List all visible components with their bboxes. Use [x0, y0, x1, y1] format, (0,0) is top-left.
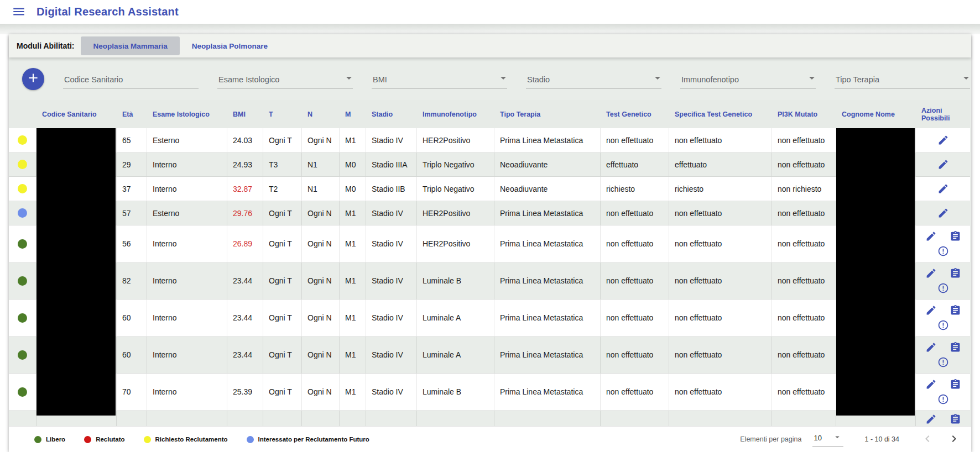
edit-button[interactable]	[925, 230, 937, 243]
immunofenotipo-cell: HER2Positivo	[417, 128, 494, 153]
add-patient-button[interactable]	[22, 68, 44, 90]
legend-dot-yellow	[144, 436, 151, 443]
items-per-page-select[interactable]: 10	[812, 432, 843, 446]
t-cell: Ogni T	[263, 262, 302, 299]
previous-page-button[interactable]	[920, 432, 935, 446]
column-header-pi3k-mutato: PI3K Mutato	[772, 100, 836, 128]
azioni-possibili-cell	[916, 411, 970, 426]
edit-button[interactable]	[937, 134, 949, 146]
m-cell: M0	[340, 153, 366, 177]
edit-button[interactable]	[925, 341, 937, 354]
test-genetico-cell: richiesto	[601, 177, 669, 201]
tipo-terapia-cell: Neoadiuvante	[494, 177, 601, 201]
assignment-button[interactable]	[949, 304, 961, 317]
tab-neoplasia-polmonare[interactable]: Neoplasia Polmonare	[180, 36, 280, 55]
t-cell: Ogni T	[263, 225, 302, 262]
t-cell: Ogni T	[263, 299, 302, 337]
pi3k-mutato-cell: non effettuato	[772, 374, 836, 411]
stadio-cell: Stadio IV	[366, 374, 417, 411]
status-cell	[9, 153, 37, 177]
t-cell: Ogni T	[263, 374, 302, 411]
patient-row: 29Interno24.93T3N1M0Stadio IIIATriplo Ne…	[9, 153, 970, 177]
modules-bar: Moduli Abilitati: Neoplasia MammariaNeop…	[9, 34, 971, 57]
dropdown-arrow-icon	[963, 77, 969, 82]
alert-button[interactable]	[937, 245, 949, 257]
edit-button[interactable]	[925, 304, 937, 317]
tab-neoplasia-mammaria[interactable]: Neoplasia Mammaria	[81, 36, 179, 55]
eta-cell: 29	[117, 153, 147, 177]
alert-button[interactable]	[937, 356, 949, 369]
esame-istologico-cell: Interno	[147, 153, 227, 177]
column-header-status	[9, 100, 37, 128]
test-genetico-cell: non effettuato	[601, 337, 669, 374]
immunofenotipo-cell: HER2Positivo	[417, 225, 494, 262]
edit-button[interactable]	[925, 379, 937, 391]
assignment-button[interactable]	[949, 341, 961, 354]
assignment-button[interactable]	[949, 379, 961, 391]
test-genetico-cell: non effettuato	[601, 128, 669, 153]
filter-codice-sanitario-input[interactable]	[64, 75, 197, 84]
status-cell	[9, 337, 37, 374]
clipboard-icon	[950, 309, 961, 318]
azioni-possibili-cell	[916, 374, 970, 411]
specifica-test-genetico-cell: non effettuato	[669, 128, 772, 153]
error-outline-icon	[937, 324, 949, 333]
filter-codice-sanitario[interactable]	[63, 70, 199, 88]
filter-immunofenotipo[interactable]: Immunofenotipo	[680, 70, 816, 88]
edit-button[interactable]	[937, 159, 949, 171]
alert-button[interactable]	[937, 282, 949, 295]
azioni-possibili-cell	[916, 299, 970, 337]
edit-button[interactable]	[937, 183, 949, 195]
dropdown-arrow-icon	[655, 77, 660, 82]
next-page-button[interactable]	[947, 432, 961, 446]
pencil-icon	[937, 139, 949, 148]
alert-button[interactable]	[937, 393, 949, 406]
main-card: Moduli Abilitati: Neoplasia MammariaNeop…	[9, 34, 971, 452]
cell	[117, 411, 147, 426]
n-cell: Ogni N	[302, 201, 340, 225]
legend-dot-red	[84, 436, 91, 443]
filter-tipo-terapia[interactable]: Tipo Terapia	[835, 70, 970, 88]
cell	[601, 411, 669, 426]
pencil-icon	[925, 235, 937, 244]
t-cell: Ogni T	[263, 201, 302, 225]
filter-bmi[interactable]: BMI	[372, 70, 507, 88]
n-cell: Ogni N	[302, 262, 340, 299]
filter-stadio[interactable]: Stadio	[526, 70, 661, 88]
pencil-icon	[925, 383, 937, 392]
status-dot-green	[18, 387, 27, 397]
column-header-azioni-possibili: Azioni Possibili	[916, 100, 970, 128]
menu-icon	[12, 12, 26, 20]
m-cell: M0	[340, 177, 366, 201]
assignment-button[interactable]	[949, 413, 961, 425]
legend-item-yellow: Richiesto Reclutamento	[144, 436, 228, 443]
legend-dot-blue	[247, 436, 254, 443]
edit-button[interactable]	[937, 207, 949, 219]
pi3k-mutato-cell: non effettuato	[772, 337, 836, 374]
n-cell: Ogni N	[302, 225, 340, 262]
eta-cell: 65	[117, 128, 147, 153]
pi3k-mutato-cell: non effettuato	[772, 225, 836, 262]
menu-button[interactable]	[11, 4, 27, 20]
filter-esame-istologico[interactable]: Esame Istologico	[217, 70, 353, 88]
bmi-cell: 32.87	[227, 177, 263, 201]
assignment-button[interactable]	[949, 230, 961, 243]
paginator: Elementi per pagina 10 1 - 10 di 34	[740, 432, 961, 446]
patients-table-wrap: Codice SanitarioEtàEsame IstologicoBMITN…	[9, 100, 971, 426]
azioni-possibili-cell	[916, 153, 970, 177]
azioni-possibili-cell	[916, 225, 970, 262]
assignment-button[interactable]	[949, 267, 961, 280]
edit-button[interactable]	[925, 267, 937, 280]
pi3k-mutato-cell: non effettuato	[772, 201, 836, 225]
edit-button[interactable]	[925, 413, 937, 425]
column-header-esame-istologico: Esame Istologico	[147, 100, 227, 128]
cell	[669, 411, 772, 426]
esame-istologico-cell: Esterno	[147, 201, 227, 225]
immunofenotipo-cell: HER2Positivo	[417, 201, 494, 225]
specifica-test-genetico-cell: non effettuato	[669, 225, 772, 262]
alert-button[interactable]	[937, 319, 949, 332]
specifica-test-genetico-cell: non effettuato	[669, 299, 772, 337]
page-range-label: 1 - 10 di 34	[864, 435, 899, 443]
legend-label: Libero	[46, 436, 65, 443]
column-header-cognome-nome: Cognome Nome	[836, 100, 916, 128]
